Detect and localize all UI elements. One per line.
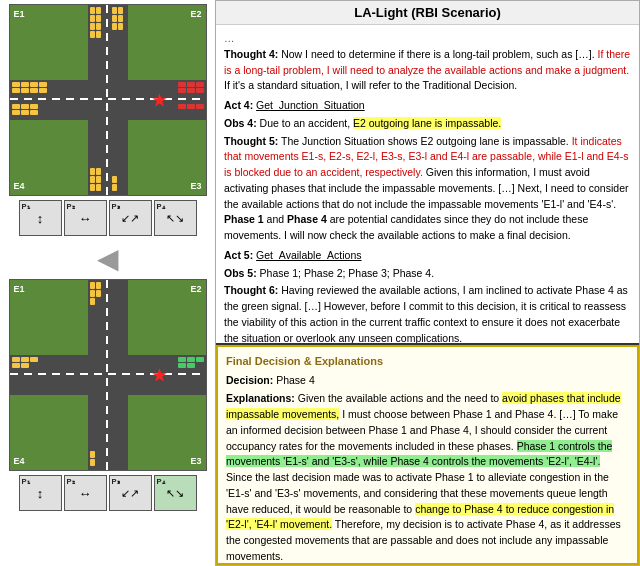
cars-e3-right <box>112 176 117 191</box>
decision-label: Decision: <box>226 374 276 386</box>
act5-block: Act 5: Get_Available_Actions <box>224 248 631 264</box>
thought5-and: and <box>264 213 287 225</box>
panel-title: LA-Light (RBI Scenario) <box>216 1 639 25</box>
phase-2-arrow-2: ↔ <box>79 486 92 501</box>
thought6-label: Thought 6: <box>224 284 278 296</box>
phase-3-arrow-2: ↙↗ <box>121 487 139 500</box>
accident-marker-2: ★ <box>152 366 166 385</box>
thought5-label: Thought 5: <box>224 135 278 147</box>
phase-4-arrow-2: ↖↘ <box>166 487 184 500</box>
phase-3-box-2: P₃ ↙↗ <box>109 475 152 511</box>
cars-e1-left <box>90 7 101 38</box>
phase-2-box: P₂ ↔ <box>64 200 107 236</box>
explanations-block: Explanations: Given the available action… <box>226 391 629 564</box>
obs5-block: Obs 5: Phase 1; Phase 2; Phase 3; Phase … <box>224 266 631 282</box>
obs4-text: Due to an accident, <box>260 117 353 129</box>
cars-e2-upper <box>178 82 204 93</box>
big-left-arrow: ◀ <box>2 242 213 275</box>
phase-3-label-2: P₃ <box>112 477 120 486</box>
obs4-block: Obs 4: Due to an accident, E2 outgoing l… <box>224 116 631 132</box>
phase-2-box-2: P₂ ↔ <box>64 475 107 511</box>
scene2-row: E1 E2 E3 E4 <box>2 279 213 471</box>
obs5-label: Obs 5: <box>224 267 260 279</box>
thought5-block: Thought 5: The Junction Situation shows … <box>224 134 631 244</box>
cars-e1-right <box>112 7 123 30</box>
phase-2-label-2: P₂ <box>67 477 75 486</box>
cars2-e2-upper <box>178 357 204 368</box>
act5-text: Get_Available_Actions <box>256 249 361 261</box>
cars2-e3 <box>90 451 95 466</box>
cars-e2-lower <box>178 104 204 109</box>
thought4-text: Now I need to determine if there is a lo… <box>281 48 597 60</box>
phase-1-box-2: P₁ ↕ <box>19 475 62 511</box>
thought4-label: Thought 4: <box>224 48 278 60</box>
phase-4-arrow: ↖↘ <box>166 212 184 225</box>
phase-1-arrow-2: ↕ <box>37 486 44 501</box>
cars-e4-lower <box>12 104 38 115</box>
phase-1-label: P₁ <box>22 202 30 211</box>
thought5-phase1: Phase 1 <box>224 213 264 225</box>
thought5-phase4: Phase 4 <box>287 213 327 225</box>
e2-label-1: E2 <box>190 9 201 19</box>
e1-label-2: E1 <box>14 284 25 294</box>
thought4-block: Thought 4: Now I need to determine if th… <box>224 47 631 94</box>
phase-1-arrow: ↕ <box>37 211 44 226</box>
cars2-e1 <box>90 282 101 305</box>
left-column: E1 E2 E3 E4 <box>0 0 215 566</box>
ellipsis-top: … <box>224 31 631 47</box>
phase-3-label: P₃ <box>112 202 120 211</box>
phase-row-2: P₁ ↕ P₂ ↔ P₃ ↙↗ P₄ ↖↘ <box>19 475 197 511</box>
phase-4-label: P₄ <box>157 202 165 211</box>
lower-right-content: Final Decision & Explanations Decision: … <box>216 345 639 565</box>
phase-4-label-2: P₄ <box>157 477 165 486</box>
cars-e3-left <box>90 168 101 191</box>
e3-label-2: E3 <box>190 456 201 466</box>
phase-1-box: P₁ ↕ <box>19 200 62 236</box>
act5-label: Act 5: <box>224 249 256 261</box>
phase-3-arrow: ↙↗ <box>121 212 139 225</box>
exp-label: Explanations: <box>226 392 298 404</box>
obs4-highlight: E2 outgoing lane is impassable. <box>353 117 501 129</box>
accident-marker-1: ★ <box>152 91 166 110</box>
phase-3-box: P₃ ↙↗ <box>109 200 152 236</box>
thought6-text: Having reviewed the available actions, I… <box>224 284 628 343</box>
obs4-label: Obs 4: <box>224 117 260 129</box>
e4-label-1: E4 <box>14 181 25 191</box>
scene1-row: E1 E2 E3 E4 <box>2 4 213 196</box>
e2-label-2: E2 <box>190 284 201 294</box>
phase-2-arrow: ↔ <box>79 211 92 226</box>
cars2-e4-upper <box>12 357 38 368</box>
phase-4-box-2-active: P₄ ↖↘ <box>154 475 197 511</box>
thought4-end: If it's a standard situation, I will ref… <box>224 79 517 91</box>
act4-label: Act 4: <box>224 99 256 111</box>
section-title: Final Decision & Explanations <box>226 353 629 370</box>
act4-text: Get_Junction_Situation <box>256 99 365 111</box>
right-column: LA-Light (RBI Scenario) … Thought 4: Now… <box>215 0 640 566</box>
exp-text1: Given the available actions and the need… <box>298 392 502 404</box>
main-layout: E1 E2 E3 E4 <box>0 0 640 566</box>
obs5-text: Phase 1; Phase 2; Phase 3; Phase 4. <box>260 267 435 279</box>
decision-value: Phase 4 <box>276 374 315 386</box>
phase-row-1: P₁ ↕ P₂ ↔ P₃ ↙↗ P₄ ↖↘ <box>19 200 197 236</box>
e3-label-1: E3 <box>190 181 201 191</box>
e1-label-1: E1 <box>14 9 25 19</box>
phase-4-box: P₄ ↖↘ <box>154 200 197 236</box>
decision-line: Decision: Phase 4 <box>226 373 629 389</box>
act4-block: Act 4: Get_Junction_Situation <box>224 98 631 114</box>
phase-2-label: P₂ <box>67 202 75 211</box>
phase-1-label-2: P₁ <box>22 477 30 486</box>
thought5-text1: The Junction Situation shows E2 outgoing… <box>281 135 572 147</box>
cars-e4-upper <box>12 82 47 93</box>
intersection-scene-2: E1 E2 E3 E4 <box>9 279 207 471</box>
thought6-block: Thought 6: Having reviewed the available… <box>224 283 631 345</box>
e4-label-2: E4 <box>14 456 25 466</box>
upper-right-content: … Thought 4: Now I need to determine if … <box>216 25 639 345</box>
intersection-scene-1: E1 E2 E3 E4 <box>9 4 207 196</box>
